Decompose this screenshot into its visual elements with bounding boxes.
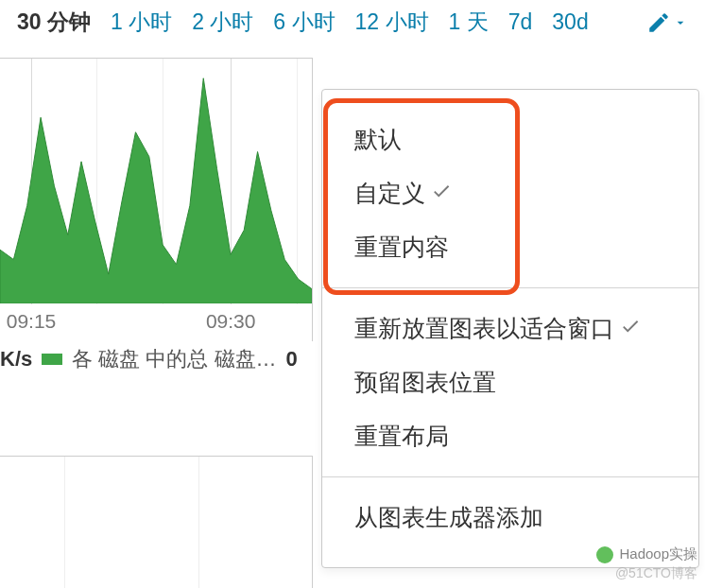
time-range-7d[interactable]: 7d [508, 9, 533, 35]
menu-item-重新放置图表以适合窗口[interactable]: 重新放置图表以适合窗口 [354, 302, 672, 355]
edit-dashboard-button[interactable] [646, 10, 688, 35]
x-tick: 09:15 [7, 310, 57, 333]
check-icon [620, 315, 641, 342]
watermark-source: @51CTO博客 [615, 565, 697, 582]
watermark-logo: Hadoop实操 [596, 545, 697, 563]
menu-item-重置布局[interactable]: 重置布局 [354, 409, 672, 463]
time-range-2小时[interactable]: 2 小时 [192, 8, 253, 37]
legend-swatch [42, 354, 62, 365]
menu-item-从图表生成器添加[interactable]: 从图表生成器添加 [354, 491, 672, 545]
legend-unit: K/s [0, 347, 32, 372]
menu-item-默认[interactable]: 默认 [354, 112, 672, 166]
check-icon [431, 180, 452, 207]
menu-item-重置内容[interactable]: 重置内容 [354, 220, 672, 274]
time-range-6小时[interactable]: 6 小时 [273, 8, 335, 37]
x-axis: 09:1509:30 [0, 304, 312, 342]
disk-io-chart: 09:1509:30 [0, 58, 313, 341]
menu-item-预留图表位置[interactable]: 预留图表位置 [354, 355, 672, 409]
chevron-down-icon [673, 15, 688, 30]
time-range-1小时[interactable]: 1 小时 [111, 8, 172, 37]
menu-item-自定义[interactable]: 自定义 [354, 166, 672, 220]
pencil-icon [646, 10, 671, 35]
legend-last-value: 0 [286, 347, 298, 372]
time-range-bar: 30 分钟1 小时2 小时6 小时12 小时1 天7d30d [0, 0, 705, 44]
time-range-30分钟[interactable]: 30 分钟 [17, 8, 91, 37]
wechat-icon [596, 546, 613, 563]
legend-series-label: 各 磁盘 中的总 磁盘… [72, 345, 276, 373]
time-range-12小时[interactable]: 12 小时 [355, 8, 429, 37]
secondary-chart [0, 456, 313, 588]
time-range-1天[interactable]: 1 天 [449, 8, 489, 37]
time-range-30d[interactable]: 30d [552, 9, 588, 35]
edit-dropdown-menu: 默认自定义重置内容重新放置图表以适合窗口预留图表位置重置布局从图表生成器添加 [321, 89, 699, 568]
x-tick: 09:30 [206, 310, 256, 333]
